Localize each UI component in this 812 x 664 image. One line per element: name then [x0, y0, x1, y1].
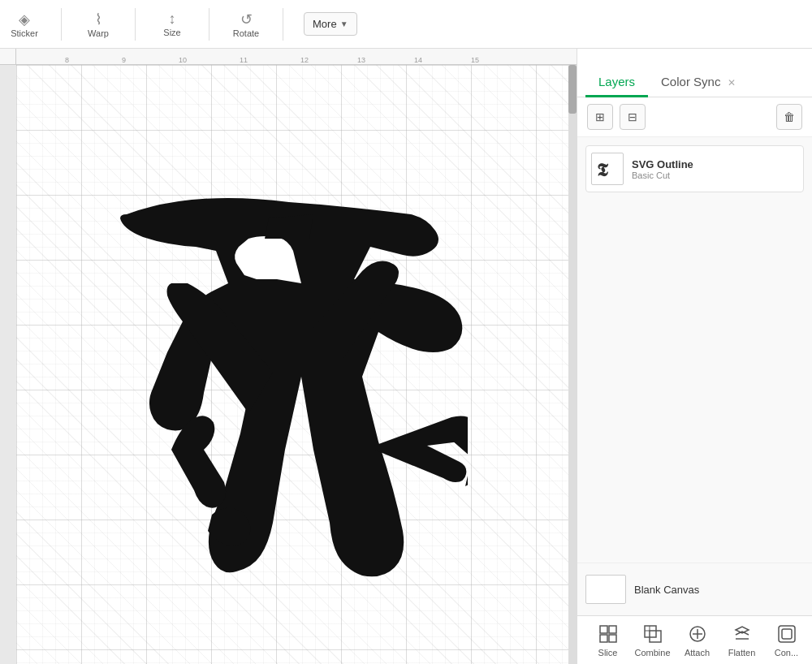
layer-details: SVG Outline Basic Cut	[632, 158, 693, 180]
blank-canvas-section: Blank Canvas	[577, 563, 812, 615]
ruler-top: 8 9 10 11 12 13 14 15	[0, 49, 577, 65]
slice-icon	[597, 623, 620, 645]
slice-button[interactable]: Slice	[585, 623, 630, 658]
contour-icon	[775, 623, 798, 645]
sticker-tool[interactable]: ◈ Sticker	[8, 11, 41, 38]
contour-label: Con...	[775, 648, 798, 658]
layer-sub-type: Basic Cut	[632, 170, 693, 180]
layer-delete-button[interactable]: 🗑	[776, 104, 802, 130]
svg-text:𝕿: 𝕿	[597, 160, 609, 180]
blank-canvas-label: Blank Canvas	[634, 584, 699, 596]
blank-canvas-thumbnail	[585, 575, 626, 604]
layer-icon-bar: ⊞ ⊟ 🗑	[577, 97, 812, 137]
tab-color-sync[interactable]: Color Sync ✕	[648, 68, 749, 97]
rotate-icon: ↺	[240, 11, 253, 28]
rotate-tool[interactable]: ↺ Rotate	[230, 11, 262, 38]
flatten-label: Flatten	[728, 648, 756, 658]
panel-tabs: Layers Color Sync ✕	[577, 49, 812, 97]
size-icon: ↕	[169, 11, 176, 28]
attach-icon	[686, 623, 709, 645]
tick-10: 10	[179, 56, 187, 64]
ruler-ticks: 8 9 10 11 12 13 14 15	[16, 49, 568, 65]
design-canvas[interactable]	[16, 65, 568, 664]
svg-rect-6	[650, 631, 661, 642]
bottom-action-bar: Slice Combine	[577, 615, 812, 664]
tab-layers[interactable]: Layers	[585, 68, 648, 97]
svg-rect-3	[600, 635, 607, 642]
svg-rect-13	[782, 629, 792, 639]
tick-14: 14	[414, 56, 422, 64]
slice-label: Slice	[598, 648, 618, 658]
tick-8: 8	[65, 56, 69, 64]
layer-item[interactable]: 𝕿 SVG Outline Basic Cut	[585, 145, 804, 192]
separator-2	[135, 8, 136, 41]
layer-thumbnail: 𝕿	[591, 153, 624, 185]
main-toolbar: ◈ Sticker ⌇ Warp ↕ Size ↺ Rotate More ▼	[0, 0, 812, 49]
combine-button[interactable]: Combine	[630, 623, 675, 658]
vertical-scrollbar[interactable]	[568, 65, 577, 664]
tick-13: 13	[357, 56, 365, 64]
svg-artwork[interactable]	[62, 141, 468, 588]
flatten-button[interactable]: Flatten	[719, 623, 764, 658]
flatten-icon	[731, 623, 754, 645]
svg-rect-4	[609, 635, 616, 642]
layer-duplicate-button[interactable]: ⊞	[587, 104, 613, 130]
combine-label: Combine	[634, 648, 670, 658]
svg-rect-12	[779, 626, 795, 642]
separator-3	[209, 8, 209, 41]
attach-button[interactable]: Attach	[675, 623, 719, 658]
size-tool[interactable]: ↕ Size	[156, 11, 188, 37]
scrollbar-thumb[interactable]	[568, 65, 577, 114]
layer-move-button[interactable]: ⊟	[620, 104, 646, 130]
main-content: 8 9 10 11 12 13 14 15	[0, 49, 812, 664]
svg-rect-2	[609, 626, 616, 633]
tick-12: 12	[300, 56, 309, 64]
ruler-corner	[0, 49, 16, 64]
right-panel: Layers Color Sync ✕ ⊞ ⊟ 🗑 𝕿	[577, 49, 812, 664]
warp-tool[interactable]: ⌇ Warp	[82, 11, 114, 38]
attach-label: Attach	[685, 648, 710, 658]
color-sync-close-icon[interactable]: ✕	[728, 77, 736, 88]
tick-15: 15	[471, 56, 479, 64]
separator-4	[283, 8, 283, 41]
sticker-icon: ◈	[19, 11, 30, 28]
combine-icon	[641, 623, 664, 645]
tick-9: 9	[122, 56, 126, 64]
layer-list: 𝕿 SVG Outline Basic Cut	[577, 137, 812, 563]
more-button[interactable]: More ▼	[304, 12, 357, 36]
layer-name: SVG Outline	[632, 158, 693, 170]
svg-rect-1	[600, 626, 607, 633]
contour-button[interactable]: Con...	[764, 623, 809, 658]
more-caret-icon: ▼	[340, 19, 348, 28]
tick-11: 11	[240, 56, 248, 64]
separator-1	[61, 8, 62, 41]
blank-canvas-item[interactable]: Blank Canvas	[585, 571, 804, 607]
canvas-area[interactable]: 8 9 10 11 12 13 14 15	[0, 49, 577, 664]
svg-rect-5	[645, 626, 656, 637]
warp-icon: ⌇	[95, 11, 102, 28]
